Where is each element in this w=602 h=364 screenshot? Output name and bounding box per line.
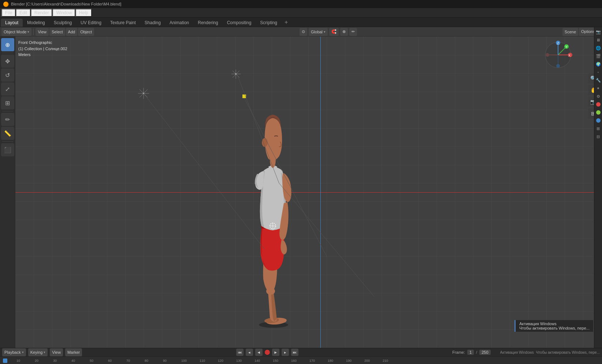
viewport-projection: Front Orthographic (18, 40, 67, 46)
transform-pivot-button[interactable]: ⊙ (300, 28, 307, 36)
header-center: ⊙ Global ▾ 🧲 ⊗ ✏ (300, 28, 357, 36)
tab-rendering[interactable]: Rendering (193, 19, 222, 27)
proportional-edit-button[interactable]: ⊗ (340, 28, 348, 36)
menu-file[interactable]: File (1, 9, 16, 17)
add-menu[interactable]: Add (66, 28, 78, 36)
menu-window[interactable]: Window (52, 9, 75, 17)
svg-text:Y: Y (565, 45, 568, 49)
transform-space-dropdown[interactable]: Global ▾ (309, 28, 328, 36)
frame-label: Frame: (452, 350, 465, 354)
playback-menu[interactable]: Playback ▾ (2, 348, 26, 356)
timeline-ruler[interactable]: 10 20 30 40 50 60 70 80 90 100 110 120 1… (0, 357, 602, 364)
navigation-gizmo[interactable]: X Y Z (543, 40, 573, 70)
tab-layout[interactable]: Layout (1, 19, 23, 27)
tick-190: 190 (346, 359, 352, 363)
keying-menu[interactable]: Keying ▾ (28, 348, 48, 356)
play-button[interactable]: ► (272, 349, 279, 356)
reverse-play-button[interactable]: ◄ (255, 349, 263, 356)
tick-180: 180 (328, 359, 333, 363)
frame-marker-1[interactable] (3, 359, 7, 363)
view-menu-timeline[interactable]: View (50, 348, 63, 356)
extra2-icon[interactable]: ⊟ (594, 133, 602, 141)
light-source-1 (138, 88, 149, 100)
tab-animation[interactable]: Animation (165, 19, 193, 27)
jump-to-start-button[interactable]: ⏮ (236, 349, 244, 356)
tab-texture-paint[interactable]: Texture Paint (106, 19, 140, 27)
tool-annotate[interactable]: ✏ (1, 113, 14, 126)
viewport-collection: (1) Collection | Солнце.002 (18, 46, 67, 52)
tool-cursor[interactable]: ⊕ (1, 38, 14, 51)
step-forward-button[interactable]: ▸ (282, 349, 289, 356)
tab-uv-editing[interactable]: UV Editing (76, 19, 106, 27)
svg-point-5 (546, 53, 549, 57)
status-notification: Активация Windows (500, 350, 534, 354)
svg-point-20 (262, 138, 268, 147)
separator-3 (2, 141, 13, 142)
frame-separator: / (476, 350, 477, 354)
tick-70: 70 (126, 359, 130, 363)
object-data-icon[interactable] (594, 108, 602, 116)
view-menu[interactable]: View (36, 28, 49, 36)
tick-160: 160 (291, 359, 297, 363)
blender-icon: 🟠 (3, 1, 9, 7)
extra-icon[interactable]: ⊞ (594, 125, 602, 133)
tick-150: 150 (273, 359, 278, 363)
select-menu[interactable]: Select (49, 28, 65, 36)
stop-button[interactable] (265, 350, 270, 355)
world-properties-icon[interactable]: 🌍 (594, 60, 602, 68)
menu-edit[interactable]: Edit (16, 9, 31, 17)
menu-render[interactable]: Render (31, 9, 52, 17)
notification-line2: Чтобы активировать Windows, пере... (519, 326, 590, 330)
header-toolbar: Object Mode ▾ View Select Add Object ⊙ G… (0, 27, 602, 37)
viewport-units: Meters (18, 52, 67, 58)
tool-move[interactable]: ✥ (1, 55, 14, 68)
particle-properties-icon[interactable]: ✴ (594, 84, 602, 92)
separator (2, 53, 13, 53)
scene-properties-icon[interactable]: 🎬 (594, 52, 602, 60)
svg-point-28 (143, 93, 144, 94)
material-icon[interactable] (594, 116, 602, 125)
viewport-info: Front Orthographic (1) Collection | Солн… (18, 40, 67, 58)
svg-point-33 (235, 73, 237, 75)
tool-scale[interactable]: ⤢ (1, 82, 14, 96)
timeline-controls: Playback ▾ Keying ▾ View Marker ⏮ ◂ ◄ ► … (0, 348, 602, 357)
viewport-3d[interactable]: Front Orthographic (1) Collection | Солн… (15, 37, 602, 348)
object-mode-dropdown[interactable]: Object Mode ▾ (1, 28, 31, 36)
menu-help[interactable]: Help (75, 9, 92, 17)
snap-button[interactable]: 🧲 (329, 28, 339, 36)
tick-140: 140 (254, 359, 260, 363)
tick-80: 80 (145, 359, 148, 363)
current-frame-input[interactable]: 1 (467, 350, 474, 355)
tab-compositing[interactable]: Compositing (223, 19, 256, 27)
end-frame-input[interactable]: 250 (479, 350, 490, 355)
render-properties-icon[interactable]: 📷 (594, 28, 602, 36)
step-back-button[interactable]: ◂ (246, 349, 253, 356)
tick-30: 30 (53, 359, 57, 363)
marker-menu[interactable]: Marker (65, 348, 82, 356)
tab-modeling[interactable]: Modeling (23, 19, 49, 27)
output-properties-icon[interactable]: 🖥 (594, 36, 602, 44)
object-properties-icon[interactable]: ▫ (594, 68, 602, 76)
add-workspace-button[interactable]: + (282, 18, 291, 27)
jump-to-end-button[interactable]: ⏭ (291, 349, 298, 356)
tab-scripting[interactable]: Scripting (256, 19, 282, 27)
modifier-properties-icon[interactable]: 🔧 (594, 76, 602, 84)
physics-properties-icon[interactable]: ⚙ (594, 92, 602, 100)
object-menu[interactable]: Object (78, 28, 94, 36)
scene-name-button[interactable]: Scene (562, 28, 578, 36)
tab-shading[interactable]: Shading (140, 19, 165, 27)
svg-text:Z: Z (557, 41, 559, 45)
tick-110: 110 (200, 359, 205, 363)
tool-measure[interactable]: 📏 (1, 127, 14, 140)
tab-sculpting[interactable]: Sculpting (49, 19, 76, 27)
left-toolbar: ⊕ ✥ ↺ ⤢ ⊞ ✏ 📏 ⬛ (0, 37, 15, 348)
tool-transform[interactable]: ⊞ (1, 96, 14, 109)
annotate-button[interactable]: ✏ (349, 28, 357, 36)
constraints-icon[interactable] (594, 100, 602, 108)
tool-add-object[interactable]: ⬛ (1, 143, 14, 156)
workspace-tabs: Layout Modeling Sculpting UV Editing Tex… (0, 18, 602, 27)
status-notification-2: Чтобы активировать Windows, пере... (536, 350, 600, 354)
tool-rotate[interactable]: ↺ (1, 68, 14, 82)
svg-text:X: X (568, 53, 571, 57)
view-layer-icon[interactable]: 🌐 (594, 44, 602, 52)
